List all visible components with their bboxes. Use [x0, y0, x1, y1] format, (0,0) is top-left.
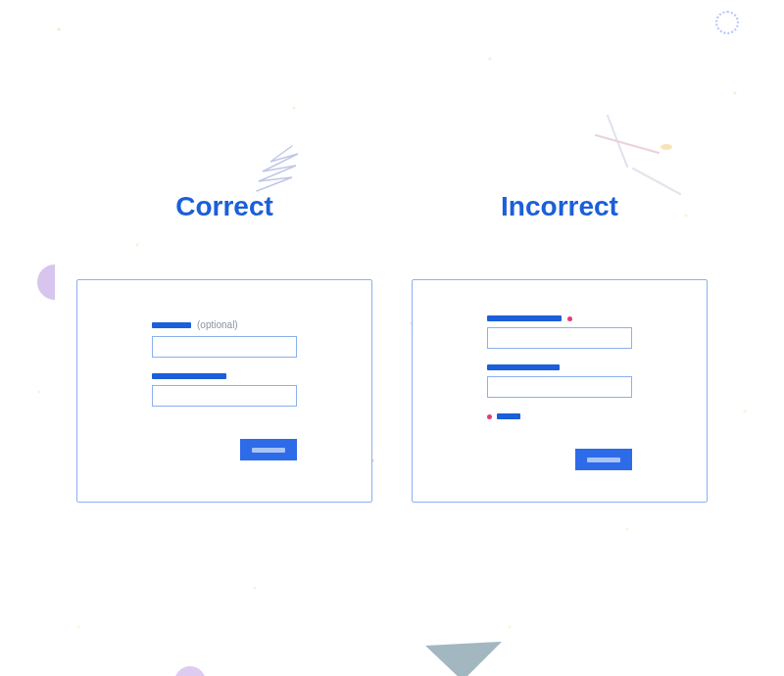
heading-incorrect: Incorrect [501, 191, 618, 222]
text-input[interactable] [152, 336, 297, 358]
required-asterisk-icon [487, 414, 492, 419]
example-card-incorrect [412, 279, 708, 503]
text-input[interactable] [487, 376, 632, 398]
field-label-placeholder [152, 373, 226, 379]
required-asterisk-icon [567, 316, 572, 321]
column-correct: Correct (optional) [76, 191, 372, 676]
field-label-placeholder [487, 315, 562, 321]
button-label-placeholder [252, 448, 285, 453]
field-label-placeholder [487, 364, 560, 370]
correct-field-1: (optional) [152, 319, 297, 358]
incorrect-field-1 [487, 315, 632, 349]
button-label-placeholder [587, 458, 620, 462]
example-card-correct: (optional) [76, 279, 372, 503]
required-legend [487, 413, 632, 419]
submit-button[interactable] [575, 449, 632, 470]
text-input[interactable] [487, 327, 632, 349]
optional-hint: (optional) [197, 319, 238, 330]
submit-button[interactable] [240, 439, 297, 460]
text-input[interactable] [152, 385, 297, 407]
field-label-placeholder [152, 322, 191, 328]
incorrect-field-2 [487, 364, 632, 398]
column-incorrect: Incorrect [412, 191, 708, 676]
legend-label-placeholder [497, 413, 520, 419]
heading-correct: Correct [175, 191, 273, 222]
correct-field-2 [152, 373, 297, 407]
